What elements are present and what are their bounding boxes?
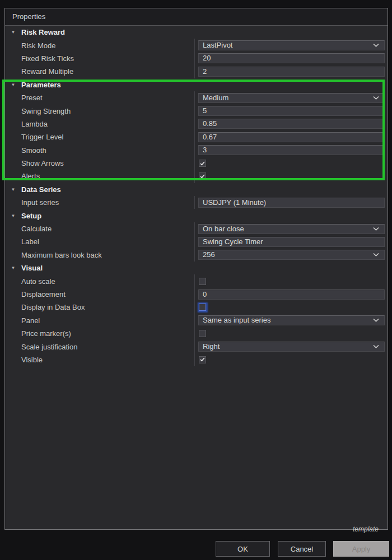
lambda-input[interactable]: 0.85 (198, 119, 385, 129)
risk-mode-label-cell: Risk Mode (5, 39, 194, 52)
check-icon (200, 161, 205, 166)
fixed-risk-ticks-label: Fixed Risk Ticks (21, 54, 74, 63)
field-row-label: LabelSwing Cycle Timer (5, 235, 388, 248)
lambda-label-cell: Lambda (5, 118, 194, 130)
scale-justification-select[interactable]: Right (198, 342, 385, 352)
maximum-bars-look-back-field-cell: 256 (194, 249, 388, 262)
calculate-select[interactable]: On bar close (198, 224, 385, 234)
preset-select[interactable]: Medium (198, 93, 385, 103)
alerts-checkbox[interactable] (199, 172, 206, 180)
displacement-label-cell: Displacement (5, 288, 194, 301)
field-row-preset: PresetMedium (5, 91, 388, 104)
scale-justification-label: Scale justification (21, 343, 77, 351)
field-row-price-marker-s: Price marker(s) (5, 327, 388, 340)
field-row-lambda: Lambda0.85 (5, 118, 388, 130)
field-row-reward-multiple: Reward Multiple2 (5, 65, 388, 78)
maximum-bars-look-back-select[interactable]: 256 (198, 250, 385, 260)
smooth-input[interactable]: 3 (198, 145, 385, 155)
scale-justification-field-cell: Right (194, 340, 388, 353)
chevron-down-icon (373, 318, 379, 323)
calculate-value: On bar close (203, 225, 373, 234)
setup-label: Setup (21, 212, 41, 220)
fixed-risk-ticks-field-cell: 20 (194, 52, 388, 65)
show-arrows-checkbox[interactable] (199, 160, 206, 167)
chevron-down-icon (373, 253, 379, 257)
fixed-risk-ticks-label-cell: Fixed Risk Ticks (5, 52, 194, 65)
reward-multiple-label: Reward Multiple (21, 67, 73, 76)
collapse-arrow-icon[interactable]: ▼ (8, 213, 18, 218)
section-row-parameters: ▼Parameters (5, 78, 388, 91)
fixed-risk-ticks-input[interactable]: 20 (198, 53, 385, 63)
display-in-data-box-label-cell: Display in Data Box (5, 301, 194, 314)
trigger-level-label: Trigger Level (21, 133, 63, 141)
collapse-arrow-icon[interactable]: ▼ (8, 82, 18, 87)
setup-label-cell: ▼Setup (5, 209, 194, 222)
smooth-value: 3 (203, 146, 379, 155)
field-row-alerts: Alerts (5, 170, 388, 183)
input-series-input[interactable]: USDJPY (1 Minute) (198, 198, 385, 208)
field-row-input-series: Input seriesUSDJPY (1 Minute) (5, 196, 388, 209)
alerts-field-cell (194, 170, 388, 183)
parameters-field-cell (194, 78, 388, 91)
trigger-level-label-cell: Trigger Level (5, 130, 194, 143)
panel-value: Same as input series (203, 316, 373, 325)
risk-mode-label: Risk Mode (21, 41, 55, 50)
data-series-label: Data Series (21, 185, 61, 194)
field-row-smooth: Smooth3 (5, 144, 388, 157)
field-row-display-in-data-box: Display in Data Box (5, 301, 388, 314)
smooth-label: Smooth (21, 146, 46, 155)
panel-label-cell: Panel (5, 314, 194, 327)
label-field-cell: Swing Cycle Timer (194, 235, 388, 248)
section-row-risk-reward: ▼Risk Reward (5, 26, 388, 39)
visible-field-cell (194, 353, 388, 366)
panel-select[interactable]: Same as input series (198, 315, 385, 325)
swing-strength-label: Swing Strength (21, 107, 71, 115)
calculate-field-cell: On bar close (194, 222, 388, 235)
field-row-swing-strength: Swing Strength5 (5, 104, 388, 117)
swing-strength-input[interactable]: 5 (198, 106, 385, 116)
properties-dialog: Properties ▼Risk RewardRisk ModeLastPivo… (4, 8, 388, 530)
auto-scale-checkbox[interactable] (199, 278, 206, 285)
reward-multiple-input[interactable]: 2 (198, 67, 385, 77)
label-value: Swing Cycle Timer (203, 237, 379, 246)
swing-strength-value: 5 (203, 106, 379, 115)
cancel-button[interactable]: Cancel (278, 541, 326, 557)
visible-checkbox[interactable] (199, 356, 206, 363)
swing-strength-label-cell: Swing Strength (5, 104, 194, 117)
calculate-label-cell: Calculate (5, 222, 194, 235)
displacement-field-cell: 0 (194, 288, 388, 301)
input-series-value: USDJPY (1 Minute) (203, 198, 379, 207)
apply-button[interactable]: Apply (333, 541, 389, 557)
displacement-input[interactable]: 0 (198, 290, 385, 300)
input-series-field-cell: USDJPY (1 Minute) (194, 196, 388, 209)
smooth-label-cell: Smooth (5, 144, 194, 157)
display-in-data-box-label: Display in Data Box (21, 303, 85, 311)
smooth-field-cell: 3 (194, 144, 388, 157)
auto-scale-label: Auto scale (21, 277, 55, 286)
collapse-arrow-icon[interactable]: ▼ (8, 187, 18, 192)
label-input[interactable]: Swing Cycle Timer (198, 237, 385, 247)
maximum-bars-look-back-label-cell: Maximum bars look back (5, 249, 194, 262)
preset-value: Medium (203, 94, 373, 102)
calculate-label: Calculate (21, 225, 52, 233)
field-row-panel: PanelSame as input series (5, 314, 388, 327)
field-row-displacement: Displacement0 (5, 288, 388, 301)
lambda-label: Lambda (21, 120, 48, 128)
collapse-arrow-icon[interactable]: ▼ (8, 30, 18, 35)
risk-reward-field-cell (194, 26, 388, 39)
preset-field-cell: Medium (194, 91, 388, 104)
price-marker-s-checkbox[interactable] (199, 330, 206, 337)
preset-label-cell: Preset (5, 91, 194, 104)
setup-field-cell (194, 209, 388, 222)
price-marker-s-label-cell: Price marker(s) (5, 327, 194, 340)
ok-button[interactable]: OK (216, 541, 270, 557)
input-series-label-cell: Input series (5, 196, 194, 209)
show-arrows-field-cell (194, 157, 388, 170)
alerts-label: Alerts (21, 172, 40, 180)
display-in-data-box-checkbox[interactable] (199, 304, 206, 311)
trigger-level-input[interactable]: 0.67 (198, 132, 385, 142)
risk-mode-select[interactable]: LastPivot (198, 40, 385, 50)
section-row-visual: ▼Visual (5, 262, 388, 274)
collapse-arrow-icon[interactable]: ▼ (8, 265, 18, 270)
check-icon (200, 357, 205, 362)
